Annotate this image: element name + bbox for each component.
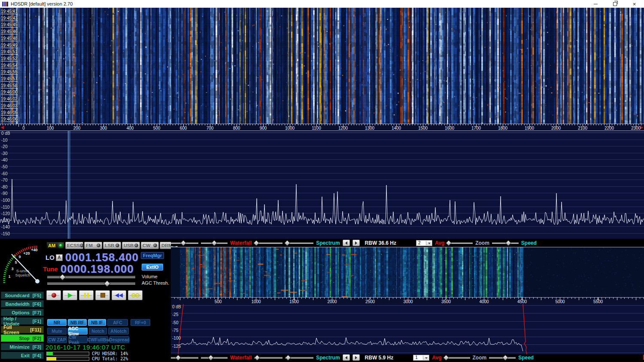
restore-window-button[interactable] bbox=[605, 0, 625, 8]
slider-thumb[interactable] bbox=[211, 240, 217, 246]
minimize-window-button[interactable] bbox=[586, 0, 605, 8]
ruler-frequency-label: 200 bbox=[73, 126, 81, 131]
slider-thumb[interactable] bbox=[180, 240, 186, 246]
mode-button[interactable]: CW bbox=[141, 242, 159, 249]
playback-button[interactable] bbox=[46, 290, 61, 300]
sidebar-button-hotkey: [F6] bbox=[33, 301, 41, 307]
slider-thumb[interactable] bbox=[443, 354, 449, 360]
zoom-slider[interactable] bbox=[489, 357, 516, 359]
mode-button[interactable]: LSB bbox=[103, 242, 121, 249]
mode-button[interactable]: FM bbox=[84, 242, 102, 249]
slider-thumb[interactable] bbox=[254, 354, 260, 360]
smeter-squelch-label: Squelch bbox=[15, 273, 30, 277]
close-window-button[interactable]: × bbox=[625, 0, 644, 8]
sidebar-button[interactable]: Full Screen [F11] bbox=[1, 326, 44, 333]
waterfall-lower-slider[interactable] bbox=[201, 357, 228, 359]
spectrum-lower-slider[interactable] bbox=[285, 357, 313, 359]
rf-spectrum[interactable]: 0 dB-10-20-30-40-50-60-70-80-90-100-110-… bbox=[0, 131, 644, 239]
rbw-decrease-button[interactable] bbox=[343, 354, 350, 361]
extio-button[interactable]: ExtIO bbox=[142, 264, 163, 271]
avg-slider[interactable] bbox=[444, 357, 470, 359]
af-waterfall[interactable] bbox=[171, 247, 644, 297]
sidebar-button[interactable]: Options [F7] bbox=[1, 309, 44, 316]
db-label: -60 bbox=[1, 171, 7, 176]
slider-thumb[interactable] bbox=[502, 354, 508, 360]
freqmgr-button[interactable]: FreqMgr bbox=[141, 252, 164, 259]
slider-thumb[interactable] bbox=[285, 354, 291, 360]
mode-button[interactable]: AM bbox=[46, 242, 64, 249]
agc-threshold-slider[interactable] bbox=[47, 282, 135, 285]
avg-select[interactable]: 1 bbox=[413, 355, 429, 361]
ruler-scroll-left-icon[interactable] bbox=[1, 126, 4, 129]
sidebar-button[interactable]: Help / Update [F1] bbox=[1, 317, 44, 325]
spectrum-upper-slider[interactable] bbox=[254, 242, 283, 244]
playback-button[interactable] bbox=[112, 290, 126, 300]
filter-high-edge[interactable] bbox=[523, 304, 527, 354]
playback-button[interactable] bbox=[63, 290, 77, 300]
avg-select[interactable]: 2 bbox=[416, 240, 432, 246]
spectrum-label: Spectrum bbox=[316, 240, 340, 246]
sidebar-button-label: Bandwidth bbox=[6, 301, 30, 307]
spectrum-upper-slider[interactable] bbox=[254, 357, 283, 359]
waterfall-upper-slider[interactable] bbox=[171, 357, 198, 359]
rbw-decrease-button[interactable] bbox=[343, 240, 350, 246]
dsp-button[interactable]: CWFullBw bbox=[89, 336, 108, 343]
lo-label: LO bbox=[46, 254, 55, 261]
zoom-slider[interactable] bbox=[492, 242, 519, 244]
cpu-total-row: CPU Total: 22% bbox=[46, 356, 128, 361]
dsp-button[interactable]: NR bbox=[47, 319, 67, 326]
sidebar-button[interactable]: Stop [F2] bbox=[1, 335, 44, 342]
slider-thumb[interactable] bbox=[208, 354, 214, 360]
dsp-button[interactable]: Mute bbox=[47, 328, 67, 335]
ruler-frequency-label: 4000 bbox=[479, 299, 489, 304]
dsp-button[interactable]: NB RF bbox=[68, 319, 87, 326]
sidebar-button-hotkey: [F5] bbox=[33, 293, 41, 298]
s-meter[interactable]: 1 3 5 9 +20 +40 S-units Squelch bbox=[0, 241, 44, 289]
dsp-button[interactable]: Despread bbox=[109, 336, 129, 343]
ruler-frequency-label: 100 bbox=[47, 126, 54, 131]
sidebar-button[interactable]: Minimize [F3] bbox=[1, 343, 44, 350]
slider-thumb[interactable] bbox=[284, 240, 290, 246]
af-display-controls: Waterfall Spectrum RBW 5.9 Hz 1 Avg Zoom… bbox=[171, 354, 644, 361]
rf-waterfall[interactable] bbox=[0, 8, 644, 124]
dsp-button[interactable]: Notch bbox=[89, 328, 107, 335]
mode-button[interactable]: ECSS bbox=[65, 242, 83, 249]
dsp-button[interactable]: RF+0 bbox=[131, 319, 150, 326]
spectrum-lower-slider[interactable] bbox=[285, 242, 313, 244]
waterfall-upper-slider[interactable] bbox=[171, 242, 198, 244]
slider-thumb[interactable] bbox=[175, 354, 181, 360]
slider-thumb[interactable] bbox=[505, 240, 511, 246]
dsp-button[interactable]: AFC bbox=[107, 319, 128, 326]
dsp-button[interactable]: AGC Slow bbox=[68, 328, 88, 335]
sidebar-button[interactable]: Exit [F4] bbox=[1, 352, 44, 359]
playback-button[interactable] bbox=[128, 290, 143, 300]
avg-label: Avg bbox=[432, 355, 441, 361]
speed-label: Speed bbox=[521, 240, 537, 246]
waterfall-lower-slider[interactable] bbox=[201, 242, 228, 244]
dsp-button[interactable]: CW Peak bbox=[68, 336, 88, 343]
band-select-button[interactable]: A bbox=[56, 254, 63, 261]
dsp-button[interactable]: ANotch bbox=[108, 328, 129, 335]
sidebar-button-hotkey: [F7] bbox=[33, 310, 41, 315]
playback-button[interactable] bbox=[95, 290, 110, 300]
avg-slider[interactable] bbox=[447, 242, 473, 244]
slider-thumb[interactable] bbox=[253, 240, 259, 246]
mode-button[interactable]: USB bbox=[122, 242, 140, 249]
rf-frequency-ruler[interactable]: 0100200300400500600700800900100011001200… bbox=[0, 124, 644, 131]
tune-frequency-display[interactable]: 0000.198.000 bbox=[61, 262, 134, 276]
sidebar-button[interactable]: Soundcard [F5] bbox=[1, 292, 44, 299]
af-spectrum[interactable]: 0 dB-25-50-75-100-125 bbox=[171, 304, 644, 355]
af-frequency-ruler[interactable]: 5001000150020002500300035004000450050005… bbox=[171, 297, 644, 304]
volume-slider[interactable] bbox=[47, 276, 135, 278]
agc-slider-thumb[interactable] bbox=[104, 280, 111, 287]
ruler-frequency-label: 900 bbox=[260, 126, 267, 131]
rbw-increase-button[interactable] bbox=[352, 240, 360, 246]
mode-led-icon bbox=[153, 243, 157, 247]
rbw-increase-button[interactable] bbox=[352, 354, 360, 361]
playback-button[interactable] bbox=[79, 290, 94, 300]
dsp-button[interactable]: NB IF bbox=[88, 319, 106, 326]
slider-thumb[interactable] bbox=[446, 240, 452, 246]
sidebar-button-label: Exit bbox=[21, 353, 30, 358]
dsp-button[interactable]: CW ZAP bbox=[47, 336, 67, 343]
sidebar-button[interactable]: Bandwidth [F6] bbox=[1, 300, 44, 307]
